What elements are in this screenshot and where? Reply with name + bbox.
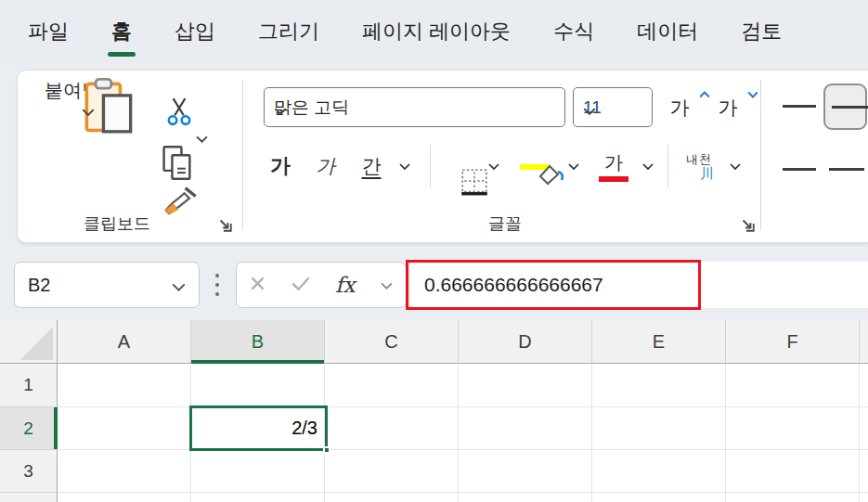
column-header-g-partial[interactable] xyxy=(860,320,868,364)
underline-chevron-down-icon[interactable] xyxy=(393,142,417,190)
name-box-chevron-down-icon[interactable] xyxy=(172,275,186,296)
tab-label: 그리기 xyxy=(258,18,319,45)
align-line xyxy=(829,168,853,171)
fill-color-chevron-down-icon[interactable] xyxy=(562,142,586,190)
cut-button[interactable] xyxy=(146,80,183,113)
bold-label: 가 xyxy=(270,152,291,180)
align-line xyxy=(783,105,816,108)
tab-file[interactable]: 파일 xyxy=(28,0,69,62)
cancel-icon[interactable] xyxy=(250,276,266,295)
formula-bar-resize-handle[interactable] xyxy=(215,274,219,296)
cell-b3[interactable] xyxy=(191,450,325,493)
formula-bar-input[interactable]: 0.666666666666667 xyxy=(410,262,868,308)
borders-button[interactable] xyxy=(437,142,480,190)
cell-g3-partial xyxy=(860,450,868,493)
cell-g4-partial xyxy=(860,493,868,502)
clipboard-group-label: 클립보드 xyxy=(18,212,216,235)
align-line xyxy=(783,168,805,171)
column-header-c[interactable]: C xyxy=(325,320,459,364)
copy-chevron-down-icon[interactable] xyxy=(196,135,211,147)
paste-button[interactable]: 붙여넣기 xyxy=(27,76,136,199)
decrease-font-size-button[interactable]: 가 xyxy=(708,89,747,126)
fill-color-button[interactable] xyxy=(512,142,558,190)
column-header-d[interactable]: D xyxy=(459,320,592,364)
cell-c3[interactable] xyxy=(325,450,459,493)
font-name-combo[interactable]: 맑은 고딕 xyxy=(264,87,565,127)
font-color-button[interactable]: 가 xyxy=(593,142,634,190)
row-2: 2 2/3 xyxy=(0,407,868,450)
tab-label: 검토 xyxy=(741,18,782,45)
column-header-a[interactable]: A xyxy=(58,320,191,364)
italic-button[interactable]: 가 xyxy=(307,142,346,190)
cell-a2[interactable] xyxy=(58,407,191,450)
align-center-button[interactable] xyxy=(829,154,864,184)
tab-label: 삽입 xyxy=(175,18,215,45)
cell-f2[interactable] xyxy=(726,407,860,450)
cell-b2-active[interactable]: 2/3 xyxy=(191,407,325,450)
enter-check-icon[interactable] xyxy=(291,277,310,294)
increase-font-label: 가 xyxy=(670,95,690,121)
borders-chevron-down-icon[interactable] xyxy=(482,142,506,190)
align-middle-button-selected[interactable] xyxy=(823,84,867,130)
clipboard-dialog-launcher-icon[interactable] xyxy=(216,216,233,233)
cell-f1[interactable] xyxy=(726,364,860,407)
phonetic-chevron-down-icon[interactable] xyxy=(723,142,747,190)
column-header-f[interactable]: F xyxy=(726,320,860,364)
active-tab-underline xyxy=(108,52,136,57)
cell-g1-partial xyxy=(860,364,868,407)
tab-draw[interactable]: 그리기 xyxy=(258,0,319,62)
cell-b4-partial xyxy=(191,493,325,502)
select-all-corner[interactable] xyxy=(0,320,58,364)
align-left-button[interactable] xyxy=(783,154,816,184)
cell-g2-partial xyxy=(860,407,868,450)
font-color-chevron-down-icon[interactable] xyxy=(636,142,660,190)
font-size-combo[interactable]: 11 xyxy=(573,87,653,127)
decrease-font-label: 가 xyxy=(719,95,738,121)
fx-chevron-down-icon[interactable] xyxy=(381,277,393,293)
cell-a1[interactable] xyxy=(58,364,191,407)
increase-font-size-button[interactable]: 가 xyxy=(660,89,699,126)
column-header-e[interactable]: E xyxy=(592,320,726,364)
cell-c2[interactable] xyxy=(325,407,459,450)
font-dialog-launcher-icon[interactable] xyxy=(739,216,756,233)
name-box-value: B2 xyxy=(28,275,50,296)
tab-review[interactable]: 검토 xyxy=(741,0,782,62)
tab-page-layout[interactable]: 페이지 레이아웃 xyxy=(362,0,511,62)
row-header-4-partial[interactable] xyxy=(0,493,58,502)
row-header-2-selected[interactable]: 2 xyxy=(0,407,58,450)
row-header-1[interactable]: 1 xyxy=(0,364,58,407)
row-header-3[interactable]: 3 xyxy=(0,450,58,493)
phonetic-guide-button[interactable]: 내천 川 xyxy=(675,142,723,190)
group-divider xyxy=(242,80,243,230)
cell-f3[interactable] xyxy=(726,450,860,493)
tab-home[interactable]: 홈 xyxy=(111,0,132,62)
name-box[interactable]: B2 xyxy=(14,262,200,308)
cell-d1[interactable] xyxy=(459,364,592,407)
align-top-button[interactable] xyxy=(783,91,816,121)
cell-d3[interactable] xyxy=(459,450,592,493)
cell-c1[interactable] xyxy=(325,364,459,407)
cell-e3[interactable] xyxy=(592,450,726,493)
tab-formulas[interactable]: 수식 xyxy=(553,0,594,62)
column-header-b-selected[interactable]: B xyxy=(191,320,325,364)
underline-button[interactable]: 간 xyxy=(352,142,391,190)
row-1: 1 xyxy=(0,364,868,407)
font-color-bar xyxy=(599,176,628,182)
cell-a3[interactable] xyxy=(58,450,191,493)
align-line xyxy=(832,106,859,109)
cell-e2[interactable] xyxy=(592,407,726,450)
format-painter-button[interactable] xyxy=(135,167,183,202)
copy-button[interactable] xyxy=(140,123,181,164)
tab-insert[interactable]: 삽입 xyxy=(175,0,215,62)
cell-b1[interactable] xyxy=(191,364,325,407)
cell-e1[interactable] xyxy=(592,364,726,407)
row-4-partial xyxy=(0,493,868,502)
tab-data[interactable]: 데이터 xyxy=(637,0,698,62)
cell-d2[interactable] xyxy=(459,407,592,450)
insert-function-fx-icon[interactable]: fx xyxy=(335,273,355,297)
font-color-label: 가 xyxy=(604,150,623,175)
bold-button[interactable]: 가 xyxy=(261,142,300,190)
column-header-row: A B C D E F xyxy=(0,320,868,364)
select-all-triangle-icon xyxy=(19,327,53,360)
button-divider xyxy=(430,145,431,187)
